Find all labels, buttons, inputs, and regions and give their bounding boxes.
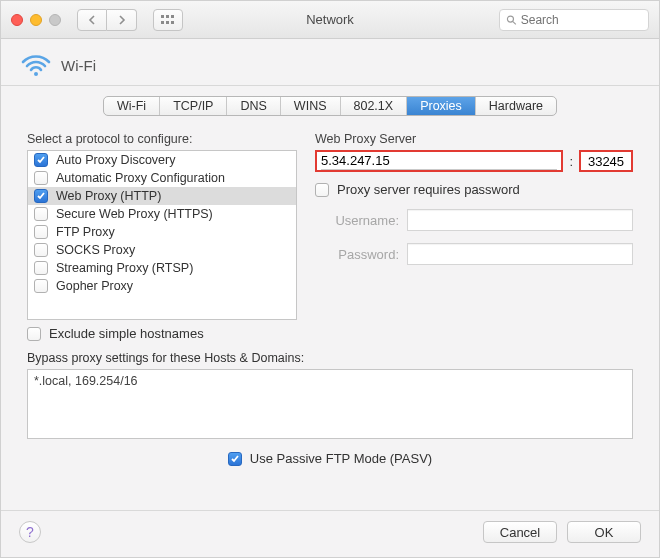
forward-button[interactable] [107, 9, 137, 31]
interface-header: Wi-Fi [1, 39, 659, 86]
protocol-row[interactable]: Gopher Proxy [28, 277, 296, 295]
protocol-label: Streaming Proxy (RTSP) [56, 261, 193, 275]
bypass-textarea[interactable]: *.local, 169.254/16 [27, 369, 633, 439]
help-button[interactable]: ? [19, 521, 41, 543]
close-window-icon[interactable] [11, 14, 23, 26]
requires-password-checkbox[interactable] [315, 183, 329, 197]
nav-buttons [77, 9, 137, 31]
chevron-left-icon [88, 15, 96, 25]
protocol-label: Automatic Proxy Configuration [56, 171, 225, 185]
interface-name: Wi-Fi [61, 57, 96, 74]
svg-rect-1 [166, 15, 169, 18]
protocol-row[interactable]: Automatic Proxy Configuration [28, 169, 296, 187]
proxy-config-column: Web Proxy Server : Proxy server requires… [315, 132, 633, 341]
protocol-label: Auto Proxy Discovery [56, 153, 175, 167]
svg-rect-2 [171, 15, 174, 18]
password-input[interactable] [407, 243, 633, 265]
svg-point-6 [507, 16, 513, 22]
protocol-column: Select a protocol to configure: Auto Pro… [27, 132, 297, 341]
proxy-host-container [315, 150, 563, 172]
ok-button[interactable]: OK [567, 521, 641, 543]
proxy-port-container [579, 150, 633, 172]
tab-tcp-ip[interactable]: TCP/IP [160, 97, 227, 115]
protocol-row[interactable]: Auto Proxy Discovery [28, 151, 296, 169]
svg-rect-3 [161, 21, 164, 24]
show-all-button[interactable] [153, 9, 183, 31]
protocol-checkbox[interactable] [34, 171, 48, 185]
protocol-checkbox[interactable] [34, 261, 48, 275]
tab-wi-fi[interactable]: Wi-Fi [104, 97, 160, 115]
svg-point-8 [34, 72, 38, 76]
footer: ? Cancel OK [1, 510, 659, 557]
host-port-separator: : [569, 154, 573, 169]
tab-dns[interactable]: DNS [227, 97, 280, 115]
tab-wins[interactable]: WINS [281, 97, 341, 115]
tab-802-1x[interactable]: 802.1X [341, 97, 408, 115]
tab-hardware[interactable]: Hardware [476, 97, 556, 115]
grid-icon [161, 15, 175, 25]
password-label: Password: [315, 247, 399, 262]
protocol-row[interactable]: FTP Proxy [28, 223, 296, 241]
username-label: Username: [315, 213, 399, 228]
protocol-label: SOCKS Proxy [56, 243, 135, 257]
tab-bar: Wi-FiTCP/IPDNSWINS802.1XProxiesHardware [1, 86, 659, 120]
traffic-lights [11, 14, 61, 26]
exclude-hostnames-label: Exclude simple hostnames [49, 326, 204, 341]
passive-ftp-checkbox[interactable] [228, 452, 242, 466]
protocol-label: Select a protocol to configure: [27, 132, 297, 146]
protocol-row[interactable]: SOCKS Proxy [28, 241, 296, 259]
proxy-port-input[interactable] [581, 154, 631, 169]
protocol-checkbox[interactable] [34, 225, 48, 239]
protocol-checkbox[interactable] [34, 243, 48, 257]
cancel-button[interactable]: Cancel [483, 521, 557, 543]
svg-rect-4 [166, 21, 169, 24]
search-icon [506, 14, 517, 26]
svg-rect-5 [171, 21, 174, 24]
back-button[interactable] [77, 9, 107, 31]
proxy-host-input[interactable] [321, 153, 557, 170]
wifi-icon [21, 53, 51, 77]
zoom-window-icon[interactable] [49, 14, 61, 26]
protocol-checkbox[interactable] [34, 153, 48, 167]
protocol-row[interactable]: Secure Web Proxy (HTTPS) [28, 205, 296, 223]
passive-ftp-label: Use Passive FTP Mode (PASV) [250, 451, 432, 466]
prefs-body: Select a protocol to configure: Auto Pro… [1, 120, 659, 498]
svg-line-7 [513, 21, 516, 24]
protocol-checkbox[interactable] [34, 279, 48, 293]
titlebar: Network [1, 1, 659, 39]
chevron-right-icon [118, 15, 126, 25]
protocol-row[interactable]: Web Proxy (HTTP) [28, 187, 296, 205]
proxy-server-title: Web Proxy Server [315, 132, 633, 146]
minimize-window-icon[interactable] [30, 14, 42, 26]
protocol-label: Web Proxy (HTTP) [56, 189, 161, 203]
protocol-label: Gopher Proxy [56, 279, 133, 293]
search-field[interactable] [499, 9, 649, 31]
protocol-label: FTP Proxy [56, 225, 115, 239]
bypass-label: Bypass proxy settings for these Hosts & … [27, 351, 633, 365]
svg-rect-0 [161, 15, 164, 18]
protocol-label: Secure Web Proxy (HTTPS) [56, 207, 213, 221]
exclude-hostnames-checkbox[interactable] [27, 327, 41, 341]
protocol-checkbox[interactable] [34, 189, 48, 203]
tab-proxies[interactable]: Proxies [407, 97, 476, 115]
protocol-row[interactable]: Streaming Proxy (RTSP) [28, 259, 296, 277]
help-icon: ? [26, 524, 34, 540]
protocol-checkbox[interactable] [34, 207, 48, 221]
protocol-listbox[interactable]: Auto Proxy DiscoveryAutomatic Proxy Conf… [27, 150, 297, 320]
username-input[interactable] [407, 209, 633, 231]
search-input[interactable] [521, 13, 642, 27]
requires-password-label: Proxy server requires password [337, 182, 520, 197]
network-prefs-window: Network Wi-Fi Wi-FiTCP/IPDNSWINS802.1XPr… [0, 0, 660, 558]
